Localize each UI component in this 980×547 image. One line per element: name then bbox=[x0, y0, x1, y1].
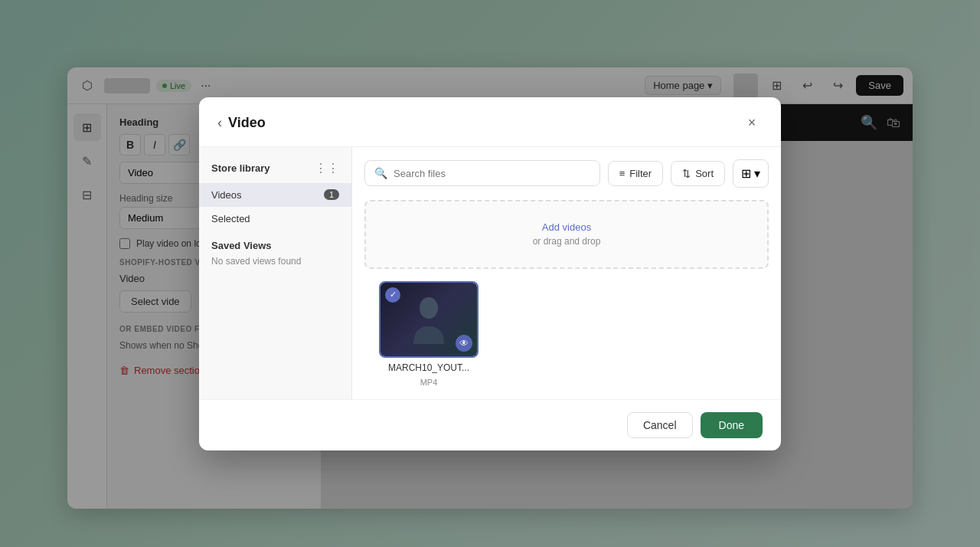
done-button[interactable]: Done bbox=[701, 412, 763, 438]
upload-area[interactable]: Add videos or drag and drop bbox=[364, 200, 769, 269]
svg-point-0 bbox=[420, 297, 438, 319]
modal-close-button[interactable]: × bbox=[741, 113, 763, 134]
sort-button[interactable]: ⇅ Sort bbox=[671, 161, 725, 186]
video-modal: ‹ Video × Store library ⋮⋮ Videos 1 Sele… bbox=[199, 97, 781, 450]
video-thumbnail: ✓ 👁 bbox=[379, 281, 479, 358]
modal-main: 🔍 ≡ Filter ⇅ Sort ⊞ ▾ bbox=[352, 147, 781, 399]
search-icon: 🔍 bbox=[374, 167, 387, 179]
no-saved-text: No saved views found bbox=[211, 256, 339, 267]
chevron-down-icon: ▾ bbox=[754, 166, 760, 181]
modal-footer: Cancel Done bbox=[199, 399, 781, 450]
cancel-button[interactable]: Cancel bbox=[627, 412, 693, 438]
add-videos-link[interactable]: Add videos bbox=[542, 221, 591, 233]
eye-badge: 👁 bbox=[456, 335, 472, 352]
search-input[interactable] bbox=[394, 168, 590, 179]
sidebar-options-icon[interactable]: ⋮⋮ bbox=[315, 161, 339, 175]
saved-views-title: Saved Views bbox=[211, 240, 339, 251]
video-filename: MARCH10_YOUT... bbox=[388, 362, 469, 373]
search-filter-bar: 🔍 ≡ Filter ⇅ Sort ⊞ ▾ bbox=[364, 159, 769, 188]
video-grid: ✓ 👁 MARCH10_YOUT... MP4 bbox=[364, 281, 769, 387]
sort-icon: ⇅ bbox=[682, 168, 691, 179]
video-filetype: MP4 bbox=[420, 378, 438, 387]
videos-count-badge: 1 bbox=[324, 189, 339, 200]
view-toggle[interactable]: ⊞ ▾ bbox=[733, 159, 769, 188]
modal-body: Store library ⋮⋮ Videos 1 Selected Saved… bbox=[199, 147, 781, 399]
modal-sidebar: Store library ⋮⋮ Videos 1 Selected Saved… bbox=[199, 147, 352, 399]
modal-header: ‹ Video × bbox=[199, 97, 781, 147]
sidebar-section-header: Store library ⋮⋮ bbox=[199, 156, 351, 180]
sidebar-nav-selected[interactable]: Selected bbox=[199, 207, 351, 231]
filter-button[interactable]: ≡ Filter bbox=[608, 161, 663, 186]
video-item[interactable]: ✓ 👁 MARCH10_YOUT... MP4 bbox=[364, 281, 493, 387]
drag-drop-desc: or drag and drop bbox=[533, 236, 601, 247]
saved-views-section: Saved Views No saved views found bbox=[199, 231, 351, 271]
filter-icon: ≡ bbox=[619, 168, 626, 179]
modal-title: Video bbox=[228, 115, 741, 131]
modal-back-button[interactable]: ‹ bbox=[217, 115, 222, 131]
grid-view-icon: ⊞ bbox=[741, 166, 751, 181]
person-silhouette bbox=[410, 294, 448, 344]
sidebar-nav-videos[interactable]: Videos 1 bbox=[199, 183, 351, 207]
search-box: 🔍 bbox=[364, 160, 600, 186]
modal-overlay: ‹ Video × Store library ⋮⋮ Videos 1 Sele… bbox=[0, 0, 980, 547]
sidebar-section-label: Store library bbox=[211, 162, 270, 174]
selected-check-badge: ✓ bbox=[385, 287, 400, 303]
